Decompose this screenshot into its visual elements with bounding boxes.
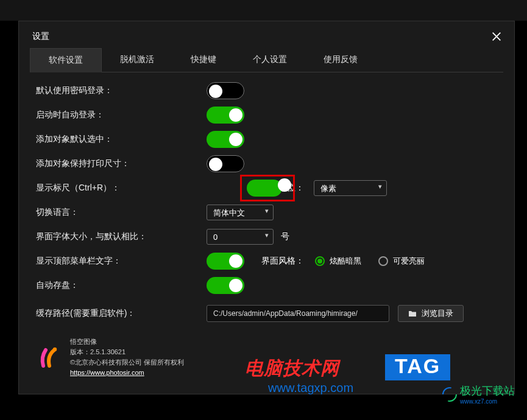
toggle-show-ruler[interactable]	[247, 180, 282, 197]
toggle-auto-save[interactable]	[207, 277, 244, 294]
settings-content: 默认使用密码登录： 启动时自动登录： 添加对象默认选中： 添加对象保持打印尺寸：…	[19, 72, 514, 326]
settings-dialog: 设置 软件设置 脱机激活 快捷键 个人设置 使用反馈 默认使用密码登录： 启动时…	[18, 21, 515, 394]
radio-style-dark[interactable]: 炫酷暗黑	[315, 256, 361, 267]
select-unit[interactable]: 像素	[314, 180, 387, 196]
tab-software-settings[interactable]: 软件设置	[30, 48, 102, 72]
radio-style-light[interactable]: 可爱亮丽	[378, 256, 425, 267]
watermark-brand-2: 极光下载站 www.xz7.com	[442, 383, 515, 405]
toggle-add-obj-default-select[interactable]	[207, 131, 244, 148]
tab-shortcuts[interactable]: 快捷键	[172, 48, 235, 72]
label-add-obj-default-select: 添加对象默认选中：	[36, 134, 207, 145]
radio-icon	[378, 256, 388, 266]
tab-feedback[interactable]: 使用反馈	[305, 48, 376, 72]
browse-button[interactable]: 浏览目录	[398, 305, 464, 322]
aurora-logo-icon	[442, 387, 458, 402]
watermark-text-2: TAG	[385, 354, 450, 380]
radio-icon	[315, 256, 325, 266]
watermark-brand-2-name: 极光下载站	[460, 383, 515, 398]
label-show-ruler: 显示标尺（Ctrl+R）：	[36, 183, 207, 194]
label-default-pwd-login: 默认使用密码登录：	[36, 85, 207, 96]
app-logo-icon	[36, 345, 60, 369]
footer-copyright: ©北京亦心科技有限公司 保留所有权利	[70, 357, 184, 368]
select-font-size[interactable]: 0	[207, 229, 274, 245]
folder-icon	[408, 310, 417, 317]
label-add-obj-keep-print-size: 添加对象保持打印尺寸：	[36, 158, 207, 169]
radio-label-dark: 炫酷暗黑	[330, 256, 361, 267]
watermark-url-1: www.tagxp.com	[268, 381, 353, 395]
label-auto-save: 自动存盘：	[36, 280, 207, 291]
toggle-auto-login[interactable]	[207, 107, 244, 124]
label-font-unit: 号	[281, 231, 289, 242]
browse-label: 浏览目录	[422, 308, 453, 319]
app-titlebar	[0, 0, 527, 21]
label-cache-path: 缓存路径(需要重启软件)：	[36, 308, 207, 319]
watermark-text-1: 电脑技术网	[245, 356, 339, 381]
close-icon	[491, 31, 502, 42]
footer-url-link[interactable]: https://www.photosir.com	[70, 369, 144, 376]
close-button[interactable]	[490, 30, 503, 43]
watermark-brand-2-url: www.xz7.com	[460, 398, 515, 405]
toggle-add-obj-keep-print-size[interactable]	[207, 155, 244, 172]
svg-point-2	[53, 348, 57, 351]
label-auto-login: 启动时自动登录：	[36, 110, 207, 121]
tab-bar: 软件设置 脱机激活 快捷键 个人设置 使用反馈	[30, 48, 503, 72]
label-switch-lang: 切换语言：	[36, 207, 207, 218]
dialog-title: 设置	[32, 31, 49, 42]
select-language[interactable]: 简体中文	[207, 205, 274, 220]
tab-offline-activation[interactable]: 脱机激活	[102, 48, 172, 72]
toggle-show-top-menu-text[interactable]	[207, 253, 244, 270]
toggle-default-pwd-login[interactable]	[207, 82, 244, 99]
input-cache-path[interactable]	[207, 305, 389, 322]
label-ui-font-size: 界面字体大小，与默认相比：	[36, 231, 207, 242]
highlight-annotation	[240, 175, 295, 201]
footer-version: 版本：2.5.1.30621	[70, 347, 184, 357]
label-ui-style: 界面风格：	[261, 256, 304, 267]
label-show-top-menu-text: 显示顶部菜单栏文字：	[36, 256, 207, 267]
radio-label-light: 可爱亮丽	[393, 256, 425, 267]
footer-app-name: 悟空图像	[70, 337, 184, 347]
tab-personal-settings[interactable]: 个人设置	[235, 48, 305, 72]
